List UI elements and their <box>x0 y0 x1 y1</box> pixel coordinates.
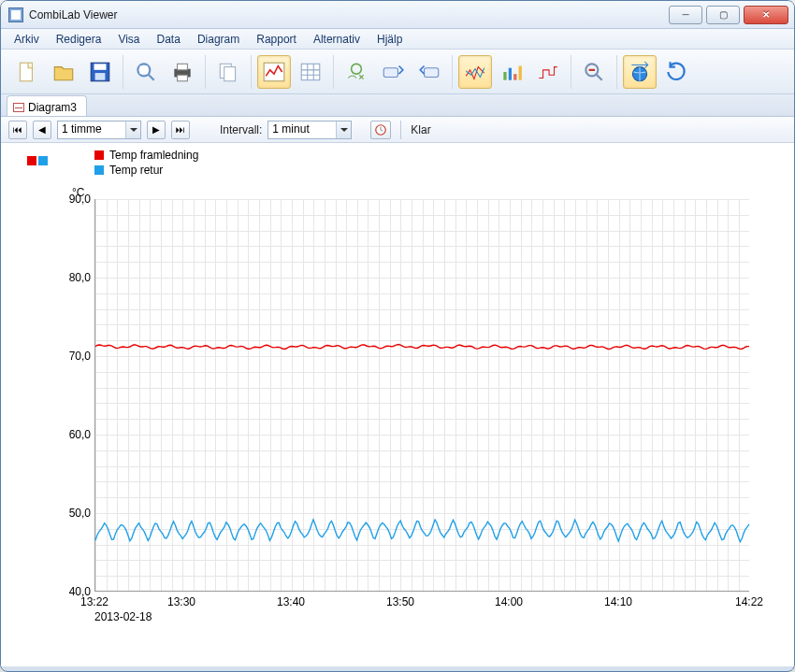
chevron-down-icon <box>125 122 140 138</box>
minimize-button[interactable]: ─ <box>669 6 702 24</box>
save-button[interactable] <box>83 55 117 89</box>
titlebar: CombiLab Viewer ─ ▢ ✕ <box>1 1 794 29</box>
svg-rect-13 <box>301 64 320 79</box>
status-text: Klar <box>411 123 430 136</box>
y-tick: 90,0 <box>53 193 91 206</box>
menu-data[interactable]: Data <box>150 31 188 48</box>
save-data-button[interactable] <box>376 55 410 89</box>
menu-diagram[interactable]: Diagram <box>190 31 247 48</box>
legend-swatches <box>27 156 48 165</box>
x-tick: 13:40 <box>277 595 305 608</box>
menubar: Arkiv Redigera Visa Data Diagram Rapport… <box>1 29 794 50</box>
legend: Temp framledning Temp retur <box>94 149 198 179</box>
legend-label: Temp retur <box>109 164 163 177</box>
app-window: CombiLab Viewer ─ ▢ ✕ Arkiv Redigera Vis… <box>0 0 795 672</box>
playback-bar: ⏮ ◀ 1 timme ▶ ⏭ Intervall: 1 minut Klar <box>1 117 794 143</box>
menu-alternativ[interactable]: Alternativ <box>306 31 368 48</box>
interval-select[interactable]: 1 minut <box>267 121 352 139</box>
svg-line-5 <box>148 74 154 80</box>
realtime-button[interactable] <box>370 121 391 139</box>
y-tick: 60,0 <box>53 428 91 441</box>
prev-button[interactable]: ◀ <box>33 121 51 139</box>
svg-rect-24 <box>519 65 522 79</box>
menu-arkiv[interactable]: Arkiv <box>7 31 47 48</box>
svg-rect-20 <box>425 67 439 77</box>
clock-icon <box>374 123 387 136</box>
svg-rect-19 <box>383 67 398 77</box>
print-button[interactable] <box>166 55 199 89</box>
zoom-out-button[interactable] <box>577 55 611 89</box>
tab-strip: Diagram3 <box>1 94 794 117</box>
last-button[interactable]: ⏭ <box>171 121 190 139</box>
svg-rect-6 <box>140 65 149 74</box>
svg-rect-9 <box>178 75 188 81</box>
load-data-button[interactable] <box>412 55 446 89</box>
chart-mode-line-button[interactable] <box>458 55 492 89</box>
next-button[interactable]: ▶ <box>147 121 166 139</box>
import-button[interactable] <box>340 55 373 89</box>
svg-rect-8 <box>178 64 188 70</box>
view-chart-button[interactable] <box>257 55 291 89</box>
refresh-button[interactable] <box>659 55 693 89</box>
tab-diagram3[interactable]: Diagram3 <box>7 95 87 116</box>
app-icon <box>8 7 23 22</box>
y-tick: 70,0 <box>53 350 91 363</box>
legend-label: Temp framledning <box>109 149 198 162</box>
chart-series <box>95 199 749 591</box>
new-file-button[interactable] <box>10 55 44 89</box>
print-preview-button[interactable] <box>129 55 163 89</box>
x-tick: 14:22 <box>735 595 763 608</box>
chart-mode-bar-button[interactable] <box>495 55 528 89</box>
tab-label: Diagram3 <box>28 101 77 114</box>
plot-canvas[interactable] <box>94 199 749 592</box>
menu-rapport[interactable]: Rapport <box>249 31 304 48</box>
menu-hjalp[interactable]: Hjälp <box>369 31 410 48</box>
globe-button[interactable] <box>623 55 657 89</box>
svg-rect-2 <box>94 64 107 70</box>
y-tick: 50,0 <box>53 507 91 520</box>
svg-rect-23 <box>513 74 516 80</box>
first-button[interactable]: ⏮ <box>8 121 27 139</box>
window-controls: ─ ▢ ✕ <box>665 6 788 24</box>
timespan-select[interactable]: 1 timme <box>57 121 141 139</box>
toolbar <box>1 50 794 94</box>
maximize-button[interactable]: ▢ <box>706 6 740 24</box>
x-axis-date: 2013-02-18 <box>94 610 152 623</box>
chart-mode-step-button[interactable] <box>531 55 565 89</box>
menu-redigera[interactable]: Redigera <box>49 31 109 48</box>
x-tick: 13:22 <box>80 595 108 608</box>
open-button[interactable] <box>47 55 80 89</box>
x-tick: 13:50 <box>386 595 414 608</box>
menu-visa[interactable]: Visa <box>110 31 147 48</box>
window-title: CombiLab Viewer <box>29 8 665 21</box>
y-tick: 80,0 <box>53 271 91 284</box>
svg-rect-21 <box>503 72 506 80</box>
svg-rect-3 <box>95 73 106 80</box>
chart-icon <box>13 103 24 112</box>
interval-label: Intervall: <box>220 123 262 136</box>
view-table-button[interactable] <box>294 55 327 89</box>
copy-button[interactable] <box>211 55 245 89</box>
x-tick: 14:10 <box>604 595 632 608</box>
x-tick: 13:30 <box>167 595 195 608</box>
x-tick: 14:00 <box>495 595 523 608</box>
svg-rect-12 <box>264 63 284 81</box>
svg-rect-22 <box>509 67 512 79</box>
svg-line-27 <box>596 74 602 80</box>
close-button[interactable]: ✕ <box>744 6 788 24</box>
chevron-down-icon <box>336 122 351 138</box>
svg-rect-11 <box>224 66 236 80</box>
chart-area: Temp framledning Temp retur °C 90,0 80,0… <box>1 143 794 666</box>
svg-point-18 <box>352 64 362 74</box>
